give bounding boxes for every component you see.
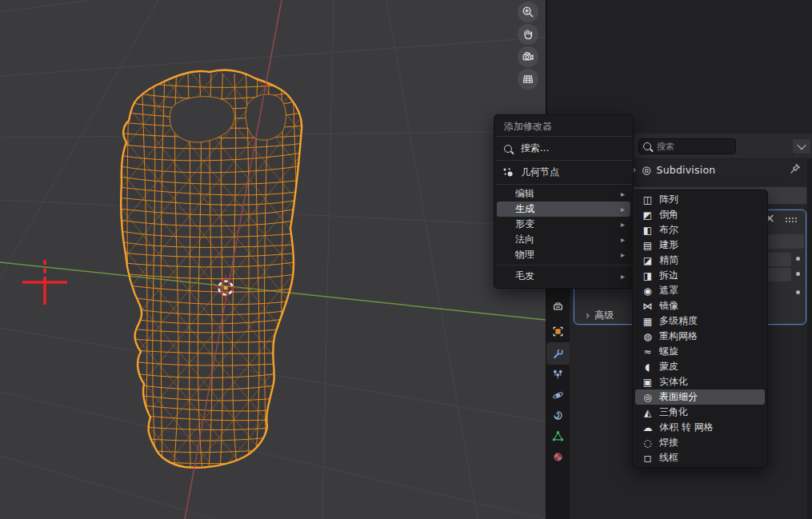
submenu-item[interactable]: ◧ 布尔 (635, 222, 765, 238)
modifier-type-icon: ◩ (642, 210, 654, 220)
particle-properties-icon[interactable] (546, 363, 570, 385)
submenu-arrow-icon: ▸ (621, 205, 625, 214)
submenu-item[interactable]: ▦ 多级精度 (635, 313, 765, 329)
submenu-arrow-icon: ▸ (621, 220, 625, 229)
menu-category-item[interactable]: 生成 ▸ (497, 202, 630, 217)
modifier-type-icon: ▦ (642, 317, 654, 326)
modifier-type-icon: ◖ (642, 362, 654, 372)
submenu-arrow-icon: ▸ (621, 235, 625, 244)
subdivision-modifier-icon: ◎ (642, 165, 650, 175)
menu-category-item[interactable]: 形变 ▸ (497, 217, 630, 232)
advanced-section-toggle[interactable]: › 高级 (586, 309, 614, 322)
modifier-type-icon: ◨ (642, 271, 654, 281)
output-properties-icon[interactable] (546, 295, 570, 317)
material-properties-icon[interactable] (546, 445, 570, 468)
submenu-item[interactable]: ◭ 三角化 (635, 405, 765, 420)
search-icon (502, 145, 514, 153)
generate-submenu: ◫ 阵列 ◩ 倒角 ◧ 布尔 ▤ 建形 (632, 190, 768, 468)
modifier-type-icon: ▣ (642, 377, 654, 387)
blender-window: › ◎ Subdivision × › 高级 (0, 0, 812, 519)
3d-viewport-canvas[interactable] (0, 0, 546, 519)
submenu-item[interactable]: ◩ 倒角 (635, 207, 765, 222)
modifier-type-icon: ◉ (642, 286, 654, 296)
physics-properties-icon[interactable] (546, 384, 570, 406)
modifier-type-icon: ▤ (642, 241, 654, 250)
camera-view-icon[interactable] (518, 46, 538, 67)
menu-item-geometry-nodes[interactable]: 几何节点 (494, 162, 633, 182)
modifier-type-icon: ◍ (642, 332, 654, 341)
3d-viewport[interactable] (0, 0, 546, 519)
modifier-name: Subdivision (657, 164, 716, 176)
modifier-list-row[interactable]: › ◎ Subdivision (632, 160, 812, 179)
menu-separator (495, 184, 632, 185)
modifier-field[interactable] (763, 234, 805, 250)
menu-category-item[interactable]: 毛发 ▸ (497, 269, 630, 284)
menu-category-list: 编辑 ▸ 生成 ▸ 形变 ▸ 法向 ▸ (494, 186, 633, 284)
menu-separator (495, 136, 632, 137)
menu-category-item[interactable]: 编辑 ▸ (497, 186, 630, 202)
animate-dot-icon[interactable] (796, 257, 800, 261)
search-icon (643, 142, 651, 150)
submenu-item[interactable]: ◖ 蒙皮 (635, 359, 765, 374)
modifier-type-icon: ◻ (642, 453, 654, 463)
menu-item-search[interactable]: 搜索... (494, 138, 633, 158)
pan-hand-icon[interactable] (518, 24, 538, 45)
constraint-properties-icon[interactable] (546, 404, 570, 426)
submenu-item[interactable]: ▤ 建形 (635, 238, 765, 253)
zoom-in-icon[interactable] (518, 2, 538, 22)
submenu-item[interactable]: ◎ 表面细分 (635, 389, 765, 405)
submenu-item[interactable]: ◉ 遮罩 (635, 283, 765, 298)
modifier-type-icon: ☁ (642, 423, 654, 433)
modifier-type-icon: ◎ (642, 393, 654, 402)
add-modifier-menu: 添加修改器 搜索... 几何节点 编辑 ▸ (494, 114, 634, 289)
submenu-item[interactable]: ≈ 螺旋 (635, 344, 765, 359)
submenu-item[interactable]: ◪ 精简 (635, 253, 765, 268)
modifier-type-icon: ◌ (642, 438, 654, 448)
chevron-down-icon (797, 141, 806, 150)
submenu-item[interactable]: ◌ 焊接 (635, 435, 765, 450)
scrollbar[interactable] (807, 158, 812, 519)
modifier-type-icon: ≈ (642, 347, 654, 357)
modifier-search-field[interactable] (655, 141, 722, 153)
grid-perspective-icon[interactable] (518, 69, 538, 90)
modifier-type-icon: ◭ (642, 408, 654, 417)
expand-arrow-icon: › (586, 309, 590, 322)
geometry-nodes-icon (502, 167, 514, 178)
submenu-arrow-icon: ▸ (621, 250, 625, 259)
animate-dot-icon[interactable] (796, 290, 800, 294)
animate-dot-icon[interactable] (796, 272, 800, 276)
modifier-type-icon: ◪ (642, 256, 654, 265)
object-properties-icon[interactable] (546, 320, 570, 342)
search-input[interactable] (638, 138, 736, 154)
modifier-type-icon: ◧ (642, 226, 654, 235)
submenu-item[interactable]: ◍ 重构网格 (635, 329, 765, 344)
modifier-type-icon: ◫ (642, 195, 654, 205)
menu-category-item[interactable]: 法向 ▸ (497, 232, 630, 247)
submenu-item[interactable]: ▣ 实体化 (635, 374, 765, 389)
submenu-item[interactable]: ◫ 阵列 (635, 192, 765, 207)
submenu-item[interactable]: ◻ 线框 (635, 450, 765, 465)
submenu-item[interactable]: ⋈ 镜像 (635, 298, 765, 313)
modifier-properties-icon[interactable] (546, 342, 570, 365)
submenu-item-list: ◫ 阵列 ◩ 倒角 ◧ 布尔 ▤ 建形 (633, 192, 767, 465)
modifier-type-icon: ⋈ (642, 301, 654, 311)
viewport-gizmos (518, 2, 540, 91)
submenu-item[interactable]: ◨ 拆边 (635, 268, 765, 283)
object-data-properties-icon[interactable] (546, 425, 570, 447)
menu-category-item[interactable]: 物理 ▸ (497, 247, 630, 262)
pin-icon[interactable] (789, 162, 802, 178)
drag-handle-icon[interactable] (785, 217, 798, 224)
filter-dropdown-button[interactable] (792, 138, 811, 154)
submenu-item[interactable]: ☁ 体积 转 网格 (635, 420, 765, 435)
menu-title: 添加修改器 (494, 117, 633, 134)
submenu-arrow-icon: ▸ (621, 190, 625, 198)
submenu-arrow-icon: ▸ (621, 272, 625, 281)
menu-separator (495, 160, 632, 161)
